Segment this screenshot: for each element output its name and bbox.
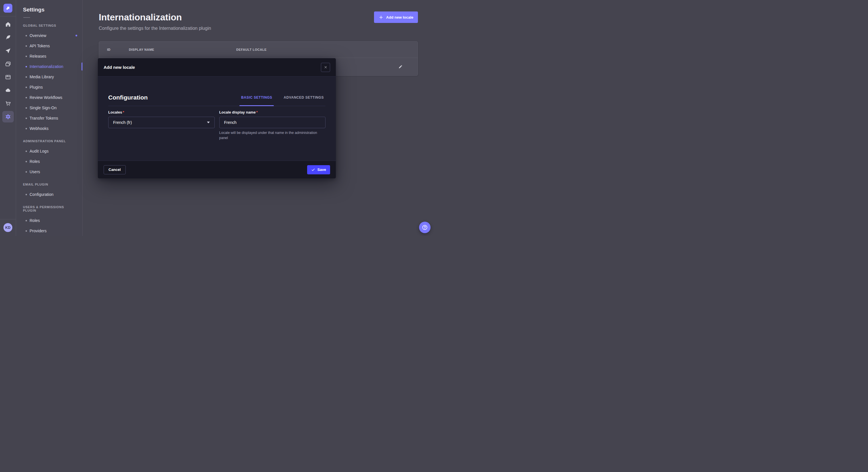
display-name-field: Locale display name* Locale will be disp… xyxy=(219,110,326,140)
sidebar-item-users[interactable]: Users xyxy=(16,167,82,177)
settings-tabs: BASIC SETTINGS ADVANCED SETTINGS xyxy=(239,96,326,106)
page-header: Internationalization Add new locale xyxy=(99,0,418,23)
modal-title: Add new locale xyxy=(104,65,135,70)
add-new-locale-button[interactable]: Add new locale xyxy=(374,11,418,23)
nav-section-header-administration-panel: ADMINISTRATION PANEL xyxy=(16,136,82,146)
sidebar-item-label: Internationalization xyxy=(30,64,63,69)
close-icon xyxy=(324,66,327,69)
table-header-row: ID DISPLAY NAME DEFAULT LOCALE xyxy=(99,42,417,58)
configuration-header-row: Configuration BASIC SETTINGS ADVANCED SE… xyxy=(108,94,326,106)
locales-label-text: Locales xyxy=(108,110,122,114)
main-nav-rail: KD xyxy=(0,0,16,236)
sidebar-title: Settings xyxy=(23,7,82,13)
bullet-icon xyxy=(26,220,27,222)
sidebar-item-label: Transfer Tokens xyxy=(30,116,58,121)
bullet-icon xyxy=(26,230,27,232)
tab-advanced-settings[interactable]: ADVANCED SETTINGS xyxy=(282,96,326,106)
feather-icon[interactable] xyxy=(2,32,14,43)
modal-close-button[interactable] xyxy=(321,63,330,72)
edit-locale-button[interactable] xyxy=(396,62,405,71)
paper-plane-icon[interactable] xyxy=(2,45,14,57)
cancel-button[interactable]: Cancel xyxy=(104,165,126,174)
app-root: KD Settings GLOBAL SETTINGSOverviewAPI T… xyxy=(0,0,434,236)
notification-dot-icon xyxy=(75,35,77,36)
help-button[interactable] xyxy=(419,222,431,233)
sidebar-item-label: Media Library xyxy=(30,74,54,79)
sidebar-item-webhooks[interactable]: Webhooks xyxy=(16,123,82,134)
sidebar-item-roles[interactable]: Roles xyxy=(16,215,82,226)
question-mark-icon xyxy=(422,224,428,231)
bullet-icon xyxy=(26,171,27,173)
bullet-icon xyxy=(26,35,27,36)
display-name-label-text: Locale display name xyxy=(219,110,256,114)
sidebar-item-audit-logs[interactable]: Audit Logs xyxy=(16,146,82,156)
bullet-icon xyxy=(26,66,27,67)
modal-header: Add new locale xyxy=(98,58,336,76)
page-subtitle: Configure the settings for the Internati… xyxy=(99,26,418,31)
bullet-icon xyxy=(26,194,27,195)
check-icon xyxy=(311,168,315,172)
display-name-input[interactable] xyxy=(219,117,326,128)
sidebar-item-api-tokens[interactable]: API Tokens xyxy=(16,41,82,51)
sidebar-item-roles[interactable]: Roles xyxy=(16,156,82,167)
home-icon[interactable] xyxy=(2,19,14,30)
sidebar-nav: GLOBAL SETTINGSOverviewAPI TokensRelease… xyxy=(16,20,82,236)
add-locale-modal: Add new locale Configuration BASIC SETTI… xyxy=(98,58,336,178)
locales-select[interactable]: French (fr) xyxy=(108,117,215,128)
sidebar-item-single-sign-on[interactable]: Single Sign-On xyxy=(16,103,82,113)
rail-icon-list xyxy=(2,19,14,219)
logo-area xyxy=(0,0,16,16)
layout-icon[interactable] xyxy=(2,71,14,83)
sidebar-item-internationalization[interactable]: Internationalization xyxy=(16,61,82,72)
locales-field: Locales* French (fr) xyxy=(108,110,215,140)
configuration-title: Configuration xyxy=(108,94,148,106)
display-name-label: Locale display name* xyxy=(219,110,326,114)
column-header-display-name: DISPLAY NAME xyxy=(129,48,236,51)
column-header-default-locale: DEFAULT LOCALE xyxy=(236,48,410,51)
save-button[interactable]: Save xyxy=(307,165,330,174)
sidebar-item-label: Plugins xyxy=(30,85,43,90)
chevron-down-icon xyxy=(207,122,210,123)
nav-section-header-global-settings: GLOBAL SETTINGS xyxy=(16,20,82,30)
sidebar-title-underline xyxy=(23,17,30,18)
settings-sidebar: Settings GLOBAL SETTINGSOverviewAPI Toke… xyxy=(16,0,83,236)
pencil-icon xyxy=(398,64,403,69)
required-asterisk: * xyxy=(256,110,258,114)
bullet-icon xyxy=(26,117,27,119)
bullet-icon xyxy=(26,97,27,98)
settings-gear-icon[interactable] xyxy=(2,111,14,123)
sidebar-item-label: Users xyxy=(30,169,40,174)
strapi-logo-icon[interactable] xyxy=(3,4,12,12)
sidebar-item-label: Releases xyxy=(30,54,46,59)
sidebar-item-transfer-tokens[interactable]: Transfer Tokens xyxy=(16,113,82,123)
active-indicator xyxy=(82,63,82,71)
sidebar-item-label: Webhooks xyxy=(30,126,49,131)
sidebar-item-releases[interactable]: Releases xyxy=(16,51,82,61)
user-avatar[interactable]: KD xyxy=(3,223,12,232)
media-icon[interactable] xyxy=(2,58,14,70)
bullet-icon xyxy=(26,87,27,88)
locales-select-value: French (fr) xyxy=(113,120,132,125)
sidebar-item-label: API Tokens xyxy=(30,43,50,48)
locales-label: Locales* xyxy=(108,110,215,114)
bullet-icon xyxy=(26,107,27,109)
cart-icon[interactable] xyxy=(2,98,14,109)
sidebar-item-configuration[interactable]: Configuration xyxy=(16,189,82,200)
modal-footer: Cancel Save xyxy=(98,161,336,178)
rail-footer: KD xyxy=(0,219,16,236)
cloud-icon[interactable] xyxy=(2,85,14,96)
locale-form-fields: Locales* French (fr) Locale display name… xyxy=(108,110,326,140)
nav-section-header-email-plugin: EMAIL PLUGIN xyxy=(16,179,82,189)
sidebar-item-review-workflows[interactable]: Review Workflows xyxy=(16,92,82,103)
bullet-icon xyxy=(26,76,27,78)
sidebar-item-label: Roles xyxy=(30,218,40,223)
page-title: Internationalization xyxy=(99,12,182,23)
sidebar-item-overview[interactable]: Overview xyxy=(16,30,82,41)
sidebar-item-plugins[interactable]: Plugins xyxy=(16,82,82,92)
bullet-icon xyxy=(26,161,27,162)
sidebar-item-providers[interactable]: Providers xyxy=(16,226,82,236)
bullet-icon xyxy=(26,128,27,129)
tab-basic-settings[interactable]: BASIC SETTINGS xyxy=(239,96,274,106)
plus-icon xyxy=(379,15,383,20)
sidebar-item-media-library[interactable]: Media Library xyxy=(16,72,82,82)
